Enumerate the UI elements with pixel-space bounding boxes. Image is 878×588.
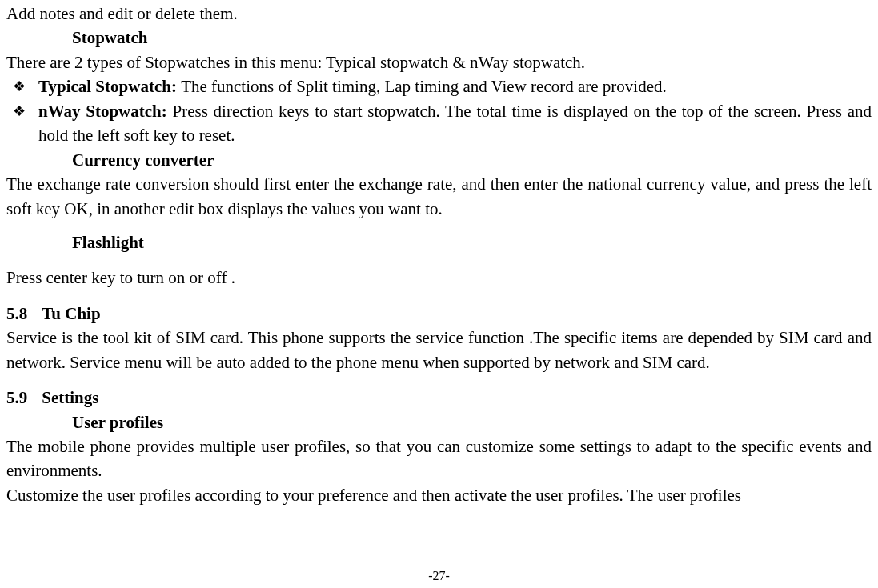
tuchip-desc: Service is the tool kit of SIM card. Thi… [6, 326, 872, 374]
user-profiles-p1: The mobile phone provides multiple user … [6, 434, 872, 483]
stopwatch-heading: Stopwatch [72, 26, 872, 50]
bullet-title: nWay Stopwatch: [38, 102, 173, 121]
section-tu-chip: 5.8Tu Chip [6, 302, 872, 326]
flashlight-heading: Flashlight [72, 230, 872, 254]
bullet-title: Typical Stopwatch: [38, 77, 181, 96]
intro-text: Add notes and edit or delete them. [6, 2, 872, 26]
page-number: -27- [0, 566, 878, 585]
section-title: Tu Chip [42, 304, 100, 323]
bullet-typical-stopwatch: ❖ Typical Stopwatch: The functions of Sp… [6, 74, 872, 98]
currency-heading: Currency converter [72, 148, 872, 172]
diamond-bullet-icon: ❖ [13, 101, 26, 122]
bullet-nway-stopwatch: ❖ nWay Stopwatch: Press direction keys t… [6, 99, 872, 148]
diamond-bullet-icon: ❖ [13, 76, 26, 97]
section-title: Settings [42, 388, 98, 407]
section-number: 5.9 [6, 386, 27, 410]
flashlight-desc: Press center key to turn on or off . [6, 266, 872, 290]
section-settings: 5.9Settings [6, 386, 872, 410]
stopwatch-bullet-list: ❖ Typical Stopwatch: The functions of Sp… [6, 74, 872, 147]
stopwatch-desc: There are 2 types of Stopwatches in this… [6, 50, 872, 74]
section-number: 5.8 [6, 302, 27, 326]
currency-desc: The exchange rate conversion should firs… [6, 172, 872, 221]
bullet-text: The functions of Split timing, Lap timin… [181, 77, 667, 96]
document-page: Add notes and edit or delete them. Stopw… [6, 2, 872, 507]
user-profiles-heading: User profiles [72, 410, 872, 434]
user-profiles-p2: Customize the user profiles according to… [6, 483, 872, 507]
